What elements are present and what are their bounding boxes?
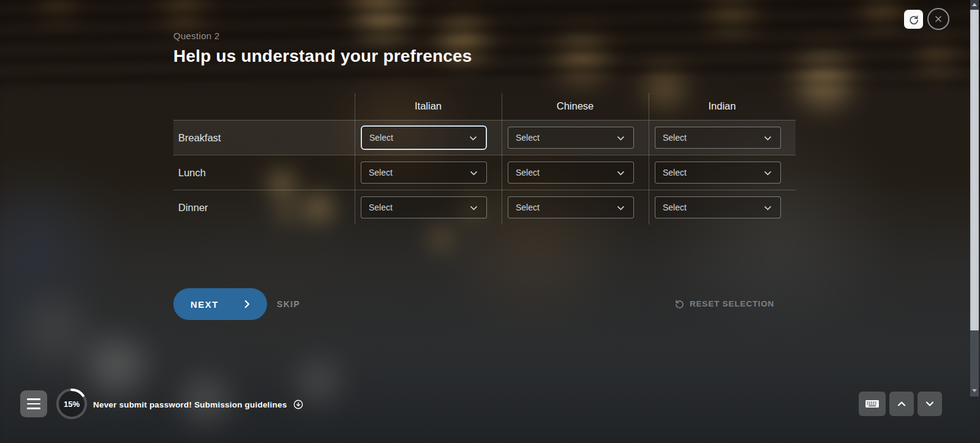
next-button-label: NEXT [190, 299, 219, 310]
select-value: Select [516, 203, 540, 212]
chevron-down-icon [763, 203, 773, 213]
select-breakfast-chinese[interactable]: Select [508, 127, 634, 149]
select-dinner-indian[interactable]: Select [655, 196, 781, 218]
select-lunch-chinese[interactable]: Select [508, 162, 634, 184]
progress-percent: 15% [56, 388, 88, 420]
column-divider [649, 93, 649, 225]
select-value: Select [516, 168, 540, 177]
triangle-down-icon [972, 389, 977, 392]
progress-ring: 15% [56, 388, 88, 420]
menu-icon [27, 398, 40, 400]
keyboard-shortcuts-button[interactable] [859, 392, 886, 416]
chevron-down-icon [616, 133, 626, 143]
column-header-indian: Indian [649, 100, 796, 112]
reset-selection-label: RESET SELECTION [690, 299, 774, 308]
question-block: Question 2 Help us understand your prefr… [173, 31, 472, 66]
scrollbar-up-arrow[interactable] [970, 0, 979, 9]
survey-overlay: Question 2 Help us understand your prefr… [0, 0, 980, 443]
select-dinner-italian[interactable]: Select [361, 196, 487, 218]
select-value: Select [663, 133, 687, 143]
skip-button[interactable]: SKIP [277, 299, 300, 309]
close-button[interactable] [927, 8, 949, 30]
triangle-up-icon [972, 3, 977, 6]
chevron-up-icon [895, 398, 908, 410]
matrix-header-row: Italian Chinese Indian [173, 92, 796, 120]
chevron-down-icon [924, 398, 936, 410]
menu-button[interactable] [20, 390, 47, 417]
column-divider [355, 93, 355, 225]
select-value: Select [663, 203, 687, 212]
scrollbar-thumb[interactable] [970, 10, 979, 330]
preference-matrix: Italian Chinese Indian Breakfast Select … [173, 92, 796, 225]
chevron-right-icon [241, 299, 252, 310]
chevron-down-icon [616, 168, 626, 178]
select-breakfast-italian[interactable]: Select [361, 125, 487, 150]
scrollbar[interactable] [970, 0, 979, 396]
select-breakfast-indian[interactable]: Select [655, 127, 781, 149]
select-value: Select [663, 168, 687, 177]
select-value: Select [369, 203, 393, 212]
table-row-lunch: Lunch Select Select Select [173, 155, 796, 190]
footer-notice-text[interactable]: Never submit password! Submission guidel… [93, 400, 287, 409]
select-value: Select [369, 168, 393, 177]
row-label-dinner: Dinner [173, 202, 355, 214]
question-step-label: Question 2 [173, 31, 472, 41]
keyboard-icon [864, 396, 880, 412]
select-value: Select [369, 133, 393, 143]
scroll-up-button[interactable] [889, 392, 914, 416]
select-lunch-indian[interactable]: Select [655, 162, 781, 184]
reset-ccw-icon [674, 299, 685, 309]
chevron-down-icon [763, 168, 773, 178]
chevron-down-icon [763, 133, 773, 143]
chevron-down-icon [616, 203, 626, 213]
column-header-chinese: Chinese [502, 100, 649, 112]
scrollbar-down-arrow[interactable] [970, 385, 979, 395]
select-dinner-chinese[interactable]: Select [508, 196, 634, 218]
refresh-icon [908, 14, 919, 25]
page-title: Help us understand your prefrences [173, 47, 472, 66]
refresh-button[interactable] [904, 10, 923, 29]
chevron-down-icon [469, 203, 479, 213]
column-divider [502, 93, 502, 225]
table-row-breakfast: Breakfast Select Select Select [173, 120, 796, 155]
select-value: Select [516, 133, 540, 143]
row-label-lunch: Lunch [173, 167, 355, 179]
chevron-down-icon [469, 168, 479, 178]
scroll-down-button[interactable] [918, 392, 942, 416]
next-button[interactable]: NEXT [173, 288, 267, 320]
column-header-italian: Italian [355, 100, 502, 112]
select-lunch-italian[interactable]: Select [361, 162, 487, 184]
footer-notice: Never submit password! Submission guidel… [93, 399, 304, 410]
reset-selection-button[interactable]: RESET SELECTION [674, 299, 774, 309]
row-label-breakfast: Breakfast [173, 132, 355, 144]
close-icon [933, 14, 943, 24]
circled-down-arrow-icon[interactable] [293, 399, 304, 410]
chevron-down-icon [468, 133, 478, 143]
table-row-dinner: Dinner Select Select Select [173, 190, 796, 225]
